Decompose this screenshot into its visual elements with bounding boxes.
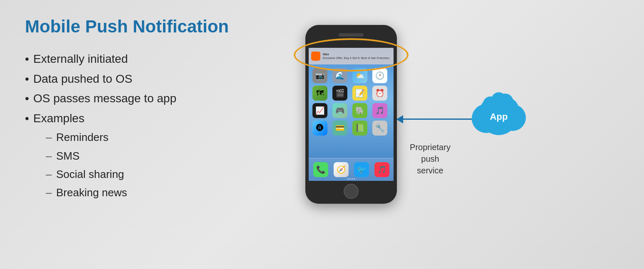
sub-text-4: Breaking news [56, 186, 127, 199]
svg-point-8 [472, 111, 488, 128]
bullet-text-3: OS passes message to app [33, 92, 176, 105]
dock-music: 🎵 [374, 162, 389, 177]
notif-body: Exclusive Offer: Buy 4 Get 6: Best of Sa… [323, 56, 389, 60]
sub-text-3: Social sharing [56, 168, 124, 180]
cloud-container: App [463, 85, 534, 141]
app-icon-appstore: 🅐 [312, 121, 327, 136]
bullet-text-4: Examples [33, 112, 84, 125]
app-icon-weather: ⛅ [352, 68, 367, 83]
app-icon-notes: 📝 [352, 86, 367, 101]
notif-title: Nike [323, 52, 389, 56]
bullet-text-2: Data pushed to OS [33, 72, 132, 85]
app-icon-gamecentre: 🎮 [332, 103, 347, 118]
app-icon-passbook: 💳 [332, 121, 347, 136]
app-icon-clock: 🕐 [372, 68, 387, 83]
app-icon-reminder: ⏰ [372, 86, 387, 101]
svg-point-11 [483, 96, 498, 111]
bullet-text-1: Externally initiated [33, 52, 128, 65]
push-arrow [397, 118, 472, 120]
app-icon-evernote: 🐘 [352, 103, 367, 118]
app-icon-music: 🎵 [372, 103, 387, 118]
svg-text:App: App [490, 111, 508, 122]
app-icon-unknown1: 🌊 [332, 68, 347, 83]
phone-home-button [344, 184, 359, 199]
svg-point-12 [497, 94, 513, 110]
sub-text-2: SMS [56, 150, 79, 162]
app-icon-extra: 🔧 [372, 121, 387, 136]
phone-illustration: Nike Exclusive Offer: Buy 4 Get 6: Best … [305, 25, 397, 204]
app-icon-camera: 📷 [312, 68, 327, 83]
app-grid: 📷 🌊 ⛅ 🕐 🗺 🎬 📝 ⏰ 📈 🎮 🐘 🎵 🅐 💳 📗 🔧 [311, 67, 391, 137]
svg-point-9 [510, 112, 525, 127]
push-service-label: Proprietary push service [397, 141, 463, 176]
sub-text-1: Reminders [56, 131, 109, 143]
phone-dock: 📞 🧭 🐦 🎵 [309, 158, 394, 181]
dock-safari: 🧭 [334, 162, 349, 177]
dock-phone: 📞 [313, 162, 328, 177]
notification-banner: Nike Exclusive Offer: Buy 4 Get 6: Best … [309, 48, 394, 64]
app-icon-videos: 🎬 [332, 86, 347, 101]
app-icon-evernote2: 📗 [352, 121, 367, 136]
app-icon-stocks: 📈 [312, 103, 327, 118]
phone-speaker [339, 33, 364, 37]
slide: Mobile Push Notification Externally init… [0, 0, 644, 269]
diagram: Nike Exclusive Offer: Buy 4 Get 6: Best … [264, 21, 555, 254]
notif-app-icon [311, 52, 320, 61]
dock-twitter: 🐦 [354, 162, 369, 177]
cloud-shape-svg: App [463, 85, 534, 139]
app-icon-maps: 🗺 [312, 86, 327, 101]
notif-text: Nike Exclusive Offer: Buy 4 Get 6: Best … [323, 52, 389, 60]
